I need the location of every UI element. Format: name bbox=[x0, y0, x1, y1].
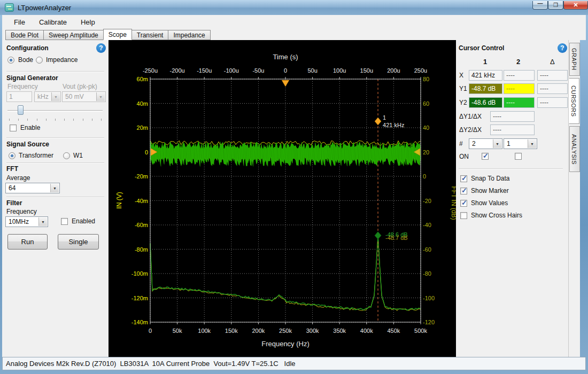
show-cross-hairs-label: Show Cross Hairs bbox=[471, 212, 522, 219]
transformer-radio[interactable] bbox=[9, 152, 16, 159]
w1-radio[interactable] bbox=[63, 152, 70, 159]
impedance-radio[interactable] bbox=[36, 57, 43, 64]
minimize-button[interactable]: — bbox=[532, 1, 548, 10]
app-icon bbox=[5, 3, 14, 12]
left-axis-title: IN (V) bbox=[115, 192, 123, 208]
top-axis-tick: 200u bbox=[387, 67, 400, 74]
cursor2-on-checkbox[interactable] bbox=[515, 153, 522, 160]
show-values-checkbox[interactable] bbox=[460, 200, 467, 207]
right-axis-tick: -20 bbox=[423, 198, 431, 204]
scope-plot-area[interactable]: -250u060m80-200u50k40m60-150u100k20m40-1… bbox=[109, 40, 456, 357]
cursor2-count-select[interactable]: 1 bbox=[504, 138, 537, 149]
right-axis-tick: -100 bbox=[423, 295, 435, 301]
average-label: Average bbox=[6, 174, 30, 182]
cursor-help-icon[interactable]: ? bbox=[558, 43, 567, 53]
show-values-label: Show Values bbox=[471, 199, 508, 207]
cursor-x-label: 421 kHz bbox=[383, 122, 404, 128]
tab-bar: Bode Plot Sweep Amplitude Scope Transien… bbox=[2, 29, 586, 40]
top-axis-tick: 50u bbox=[307, 67, 317, 74]
right-axis-tick: 0 bbox=[423, 173, 426, 180]
frequency-slider-thumb[interactable] bbox=[18, 105, 24, 115]
menu-file[interactable]: File bbox=[7, 16, 32, 28]
side-tab-graph[interactable]: GRAPH bbox=[569, 43, 580, 76]
top-axis-tick: -50u bbox=[252, 67, 264, 74]
num-row-label: # bbox=[459, 140, 463, 147]
single-button[interactable]: Single bbox=[58, 234, 99, 250]
right-axis-tick: 80 bbox=[423, 76, 429, 82]
left-axis-tick: -20m bbox=[135, 173, 148, 180]
show-marker-label: Show Marker bbox=[471, 187, 509, 194]
signal-source-title: Signal Source bbox=[6, 141, 49, 148]
left-axis-tick: 60m bbox=[137, 76, 148, 82]
bottom-axis-tick: 250k bbox=[279, 328, 292, 334]
tab-bode-plot[interactable]: Bode Plot bbox=[5, 30, 44, 40]
time-zero-marker[interactable] bbox=[282, 80, 289, 87]
app-window: LTpowerAnalyzer — ❐ ✕ File Calibrate Hel… bbox=[0, 0, 588, 374]
maximize-button[interactable]: ❐ bbox=[548, 1, 563, 10]
cursor-y1c1-value: -48.7 dB bbox=[469, 83, 502, 94]
menu-calibrate[interactable]: Calibrate bbox=[33, 16, 73, 28]
top-axis-tick: 100u bbox=[333, 67, 346, 74]
filter-frequency-select[interactable]: 10MHz bbox=[5, 216, 48, 227]
bode-radio[interactable] bbox=[7, 57, 14, 64]
right-axis-tick: 60 bbox=[423, 100, 429, 107]
fft-trace-y2 bbox=[150, 236, 421, 310]
right-axis-tick: -60 bbox=[423, 246, 431, 253]
y2-row-label: Y2 bbox=[459, 99, 467, 106]
right-axis-tick: -80 bbox=[423, 270, 431, 277]
tab-sweep-amplitude[interactable]: Sweep Amplitude bbox=[43, 30, 104, 40]
title-bar[interactable]: LTpowerAnalyzer — ❐ ✕ bbox=[0, 0, 588, 15]
average-select[interactable]: 64 bbox=[5, 183, 60, 193]
frequency-label: Frequency bbox=[7, 83, 38, 90]
cursor-index-label: 1 bbox=[383, 114, 386, 121]
frequency-slider-ticks bbox=[9, 119, 102, 121]
show-marker-checkbox[interactable] bbox=[460, 188, 467, 194]
filter-frequency-label: Frequency bbox=[6, 208, 37, 215]
cursor1-count-select[interactable]: 2 bbox=[469, 138, 502, 149]
left-axis-tick: -120m bbox=[131, 295, 148, 301]
vout-select[interactable]: 50 mV bbox=[62, 91, 106, 102]
bottom-axis-tick: 500k bbox=[414, 328, 427, 334]
bottom-axis-tick: 0 bbox=[149, 328, 152, 334]
tab-scope[interactable]: Scope bbox=[103, 29, 132, 40]
bottom-axis-title: Frequency (Hz) bbox=[261, 340, 310, 348]
snap-to-data-checkbox[interactable] bbox=[460, 175, 467, 182]
help-icon[interactable]: ? bbox=[96, 43, 106, 53]
tab-impedance[interactable]: Impedance bbox=[168, 30, 210, 40]
peak-y1-annotation: -48.7 dB bbox=[385, 235, 408, 241]
status-bar: Analog Devices M2k Rev.D (Z7010) LB3031A… bbox=[2, 357, 586, 370]
left-axis-tick: -140m bbox=[131, 319, 148, 325]
top-axis-tick: -100u bbox=[224, 67, 239, 74]
tab-transient[interactable]: Transient bbox=[131, 30, 169, 40]
w1-radio-label: W1 bbox=[73, 152, 83, 159]
cursor-y2c1-value: -48.6 dB bbox=[469, 97, 502, 108]
side-tab-cursors[interactable]: CURSORS bbox=[569, 78, 579, 124]
on-row-label: ON bbox=[459, 153, 469, 160]
status-text: Analog Devices M2k Rev.D (Z7010) LB3031A… bbox=[3, 360, 296, 368]
vout-label: Vout (pk-pk) bbox=[63, 83, 97, 90]
filter-title: Filter bbox=[6, 199, 22, 207]
impedance-radio-label: Impedance bbox=[46, 56, 78, 64]
frequency-unit-select[interactable]: kHz bbox=[34, 91, 61, 102]
cursor-marker-diamond[interactable] bbox=[375, 118, 381, 125]
show-cross-hairs-checkbox[interactable] bbox=[460, 212, 467, 219]
bode-radio-label: Bode bbox=[18, 56, 33, 64]
bottom-axis-tick: 150k bbox=[225, 328, 238, 334]
enable-label: Enable bbox=[20, 124, 40, 131]
cursor1-on-checkbox[interactable] bbox=[482, 153, 489, 160]
enable-checkbox[interactable] bbox=[10, 124, 17, 131]
run-button[interactable]: Run bbox=[7, 234, 48, 250]
bottom-axis-tick: 200k bbox=[252, 328, 265, 334]
cursor-col-delta: Δ bbox=[550, 58, 555, 66]
scope-plot-svg[interactable]: -250u060m80-200u50k40m60-150u100k20m40-1… bbox=[109, 40, 456, 357]
close-button[interactable]: ✕ bbox=[563, 1, 588, 10]
left-axis-tick: 40m bbox=[137, 100, 148, 107]
menu-help[interactable]: Help bbox=[74, 16, 102, 28]
peak-marker-diamond[interactable] bbox=[375, 232, 381, 239]
filter-enabled-checkbox[interactable] bbox=[61, 218, 68, 225]
bottom-axis-tick: 400k bbox=[360, 328, 373, 334]
side-tab-analysis[interactable]: ANALYSIS bbox=[569, 126, 580, 172]
dy2-row-label: ΔY2/ΔX bbox=[459, 126, 482, 134]
frequency-input[interactable]: 1 bbox=[6, 91, 32, 102]
cursor-x1-value: 421 kHz bbox=[469, 70, 502, 81]
